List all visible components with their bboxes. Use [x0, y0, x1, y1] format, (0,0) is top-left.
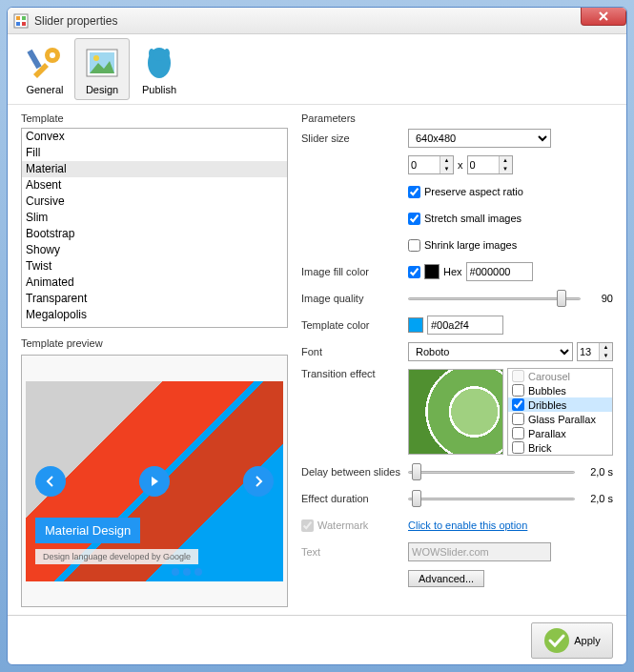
watermark-label: Watermark	[317, 519, 368, 531]
app-icon	[13, 13, 29, 29]
quality-value: 90	[584, 293, 613, 304]
template-item[interactable]: Bootstrap	[22, 226, 287, 242]
fill-color-label: Image fill color	[301, 266, 408, 277]
fill-color-swatch[interactable]	[424, 264, 440, 279]
effect-preview	[408, 369, 503, 455]
chevron-right-icon	[254, 476, 263, 487]
advanced-button[interactable]: Advanced...	[408, 570, 484, 587]
quality-label: Image quality	[301, 293, 408, 304]
titlebar: Slider properties	[8, 8, 626, 34]
preview-image: Material Design Design language develope…	[26, 381, 283, 581]
effect-item[interactable]: Parallax	[508, 426, 612, 440]
slider-size-select[interactable]: 640x480	[408, 129, 551, 148]
effect-checkbox[interactable]	[512, 441, 524, 454]
template-label: Template	[21, 112, 288, 124]
effect-listbox[interactable]: CarouselBubblesDribblesGlass ParallaxPar…	[507, 368, 613, 456]
effect-item-label: Carousel	[528, 371, 570, 382]
font-select[interactable]: Roboto	[408, 342, 573, 361]
close-icon	[599, 11, 608, 21]
preview-label: Template preview	[21, 337, 288, 349]
tab-general[interactable]: General	[17, 38, 72, 100]
shrink-label: Shrink large images	[424, 239, 517, 251]
preview-prev-button[interactable]	[35, 466, 66, 497]
quality-slider[interactable]	[408, 290, 581, 307]
svg-rect-3	[16, 22, 20, 26]
effect-checkbox[interactable]	[512, 384, 524, 397]
footer: Apply	[8, 615, 626, 664]
width-spinner[interactable]: ▲▼	[408, 155, 454, 174]
effect-label: Transition effect	[301, 368, 408, 379]
svg-rect-1	[16, 16, 20, 20]
preserve-aspect-label: Preserve aspect ratio	[424, 186, 523, 197]
template-item[interactable]: Showy	[22, 242, 287, 258]
tab-publish[interactable]: Publish	[132, 38, 187, 100]
svg-point-13	[164, 49, 170, 58]
stretch-label: Stretch small images	[424, 213, 522, 224]
fill-hex-input[interactable]	[466, 262, 533, 281]
tab-design[interactable]: Design	[74, 38, 130, 100]
svg-point-12	[153, 50, 165, 61]
close-button[interactable]	[581, 7, 626, 26]
svg-point-10	[93, 55, 99, 61]
delay-slider[interactable]	[408, 463, 575, 480]
preserve-aspect-checkbox[interactable]	[408, 186, 420, 198]
stretch-checkbox[interactable]	[408, 213, 420, 225]
preview-next-button[interactable]	[243, 466, 274, 497]
effect-item[interactable]: Brick	[508, 440, 612, 455]
template-item[interactable]: Twist	[22, 258, 287, 275]
template-item[interactable]: Material	[22, 161, 287, 177]
height-spinner[interactable]: ▲▼	[467, 155, 513, 174]
play-icon	[150, 476, 159, 487]
apply-button[interactable]: Apply	[531, 622, 613, 659]
font-size-spinner[interactable]: ▲▼	[577, 342, 613, 361]
preview-subcaption: Design language developed by Google	[35, 549, 198, 564]
effect-checkbox[interactable]	[512, 427, 524, 439]
image-icon	[83, 44, 121, 82]
svg-point-15	[544, 628, 569, 653]
svg-rect-7	[27, 49, 41, 68]
right-column: Parameters Slider size 640x480 ▲▼ x ▲▼ P…	[301, 112, 613, 607]
template-item[interactable]: Transparent	[22, 291, 287, 307]
template-color-label: Template color	[301, 319, 408, 331]
delay-label: Delay between slides	[301, 466, 408, 478]
effect-item[interactable]: Dribbles	[508, 397, 612, 412]
effect-item[interactable]: Carousel	[508, 369, 612, 383]
effect-checkbox[interactable]	[512, 370, 524, 382]
template-item[interactable]: Convex	[22, 129, 287, 145]
template-item[interactable]: Absent	[22, 177, 287, 193]
effect-item[interactable]: Bubbles	[508, 383, 612, 397]
properties-window: Slider properties General Design Publish…	[7, 7, 627, 665]
watermark-enable-link[interactable]: Click to enable this option	[408, 519, 527, 531]
shrink-checkbox[interactable]	[408, 239, 420, 252]
preview-dots	[172, 568, 202, 576]
template-item[interactable]: Animated	[22, 275, 287, 291]
template-color-swatch[interactable]	[408, 317, 423, 333]
hex-label: Hex	[443, 266, 462, 277]
delay-value: 2,0 s	[579, 466, 613, 478]
template-item[interactable]: Fill	[22, 145, 287, 161]
template-item[interactable]: Megalopolis	[22, 307, 287, 323]
effect-item-label: Dribbles	[528, 399, 566, 411]
template-listbox[interactable]: ConvexFillMaterialAbsentCursiveSlimBoots…	[21, 128, 288, 328]
fill-color-checkbox[interactable]	[408, 266, 420, 278]
watermark-checkbox	[301, 519, 314, 532]
window-title: Slider properties	[34, 14, 117, 28]
slider-size-label: Slider size	[301, 132, 408, 144]
template-item[interactable]: Slim	[22, 210, 287, 226]
effect-checkbox[interactable]	[512, 413, 524, 425]
template-color-input[interactable]	[427, 316, 503, 335]
publish-icon	[140, 44, 178, 82]
template-item[interactable]: Cursive	[22, 193, 287, 210]
svg-rect-4	[22, 22, 26, 26]
duration-label: Effect duration	[301, 493, 408, 504]
effect-item[interactable]: Glass Parallax	[508, 412, 612, 426]
preview-caption: Material Design	[35, 518, 140, 543]
chevron-left-icon	[46, 476, 55, 487]
duration-value: 2,0 s	[579, 493, 613, 504]
effect-checkbox[interactable]	[512, 398, 524, 411]
font-label: Font	[301, 346, 408, 357]
effect-item-label: Brick	[528, 442, 551, 454]
duration-slider[interactable]	[408, 490, 575, 507]
preview-play-button[interactable]	[139, 466, 170, 497]
svg-point-14	[149, 49, 154, 58]
